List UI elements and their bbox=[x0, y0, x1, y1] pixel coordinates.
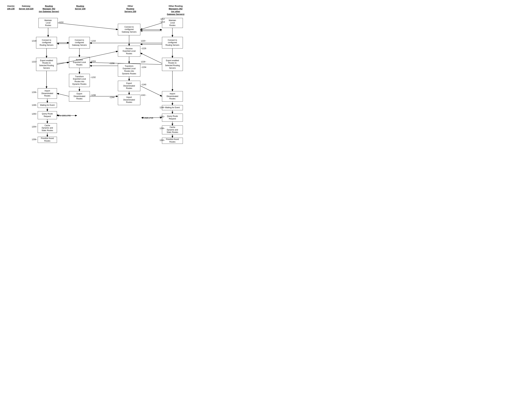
label-1254: 1254~ bbox=[32, 126, 37, 128]
label-1216: ~1216 bbox=[90, 40, 96, 42]
box-waiting-right: Waiting for Event bbox=[162, 105, 183, 110]
label-1214: ~1214 bbox=[160, 21, 165, 23]
header-gateway-server: GatewayServer 210,220 bbox=[17, 5, 35, 10]
box-prioritize-right: Prioritize foundRoutes bbox=[162, 138, 183, 144]
label-1258: 1258~ bbox=[32, 138, 37, 141]
box-transform-right: TransformExported LocalRoutes intoDynami… bbox=[118, 63, 140, 77]
label-1222: 1222~ bbox=[32, 61, 37, 63]
box-maintain-local-right: MaintainLocalRoutes bbox=[162, 18, 183, 28]
label-1256: 1256~ bbox=[160, 127, 165, 129]
header-other-routing: OtherRoutingServers 230 bbox=[118, 5, 143, 13]
svg-line-33 bbox=[57, 93, 69, 96]
label-1238: ~1238 bbox=[90, 94, 96, 96]
label-1210: ~1210 bbox=[58, 21, 63, 23]
label-1252: 1252~ bbox=[160, 116, 165, 118]
label-1228: 1228~ bbox=[141, 61, 146, 63]
box-prioritize-left: Prioritize foundRoutes bbox=[38, 137, 57, 143]
box-query-left: Query RouteRequest bbox=[38, 111, 57, 119]
header-routing-server: RoutingServer 230 bbox=[70, 5, 91, 10]
label-1232: ~1232 bbox=[90, 76, 96, 78]
box-waiting-left: Waiting for Event bbox=[38, 103, 57, 108]
box-receive-exported-right: ReceiveExported LocalRoutes bbox=[118, 46, 140, 57]
box-cache-right: CacheDynamic andStatic Routes bbox=[162, 126, 183, 134]
header-users: User(s)100,140 bbox=[5, 5, 17, 10]
label-1240: ~1240 bbox=[141, 83, 146, 86]
svg-line-28 bbox=[57, 62, 69, 63]
box-import-disseminated-right-center: ImportDisseminatedRoutes bbox=[118, 95, 140, 105]
label-1250: 1250~ bbox=[32, 113, 37, 115]
svg-line-23 bbox=[58, 23, 118, 30]
header-other-managers: Other RoutingManagers 352(on otherGatewa… bbox=[161, 5, 190, 16]
label-1260: 1260~ bbox=[160, 139, 165, 141]
box-import-disseminated-right: ImportDisseminatedRoutes bbox=[162, 91, 183, 102]
label-1212: 1212 bbox=[160, 18, 165, 20]
diagram: User(s)100,140 GatewayServer 210,220 Rou… bbox=[3, 3, 199, 148]
box-connect-gateway-center: Connect toconfiguredGateway Servers bbox=[69, 37, 90, 48]
box-transform-center: TransformExported LocalRoutes intoDynami… bbox=[69, 74, 90, 87]
label-to1505-right: To 1505,1705 bbox=[141, 117, 153, 119]
label-1220: 1220~ bbox=[141, 40, 146, 42]
box-export-routes-left: Export enabledRoutes toSelected RoutingS… bbox=[36, 58, 57, 71]
box-connect-routing-right: Connect toconfiguredRouting Servers bbox=[162, 37, 183, 48]
label-1246: 1246~ bbox=[32, 104, 37, 106]
box-import-disseminated-left: ImportDisseminatedRoutes bbox=[38, 88, 57, 99]
label-1236: 1236~ bbox=[32, 91, 37, 93]
label-1218: 1218~ bbox=[32, 40, 37, 42]
label-1226: ~1226 bbox=[141, 47, 146, 50]
label-1230: ~1230 bbox=[109, 62, 114, 64]
svg-line-26 bbox=[140, 23, 162, 30]
header-routing-manager: RoutingManager 352(on Gateway Server) bbox=[38, 5, 60, 13]
box-connect-gateway-right: Connect toconfiguredGateway Servers bbox=[118, 24, 140, 35]
label-to1505-left: To 1505,1705 bbox=[59, 115, 71, 117]
box-export-disseminated-right: ExportDisseminatedRoutes bbox=[118, 81, 140, 91]
box-connect-routing-left: Connect toconfiguredRouting Servers bbox=[36, 37, 57, 48]
box-export-disseminated-center: ExportDisseminatedRoutes bbox=[69, 91, 90, 102]
box-cache-left: CacheDynamic andStatic Routes bbox=[38, 123, 57, 133]
label-1234: ~1234 bbox=[141, 66, 146, 68]
box-query-right: Query RouteRequest bbox=[162, 114, 183, 122]
box-receive-exported-center: ReceiveExported LocalRoutes bbox=[69, 57, 90, 68]
label-1244: ~1244 bbox=[109, 96, 114, 98]
box-export-routes-right: Export enabledRoutes toSelected RoutingS… bbox=[162, 58, 183, 71]
box-maintain-local-left: MaintainLocalRoutes bbox=[38, 18, 58, 28]
label-1248: 1248~ bbox=[160, 106, 165, 109]
label-1224: ~1224 bbox=[90, 60, 96, 62]
label-1242: 1242~ bbox=[141, 94, 146, 96]
